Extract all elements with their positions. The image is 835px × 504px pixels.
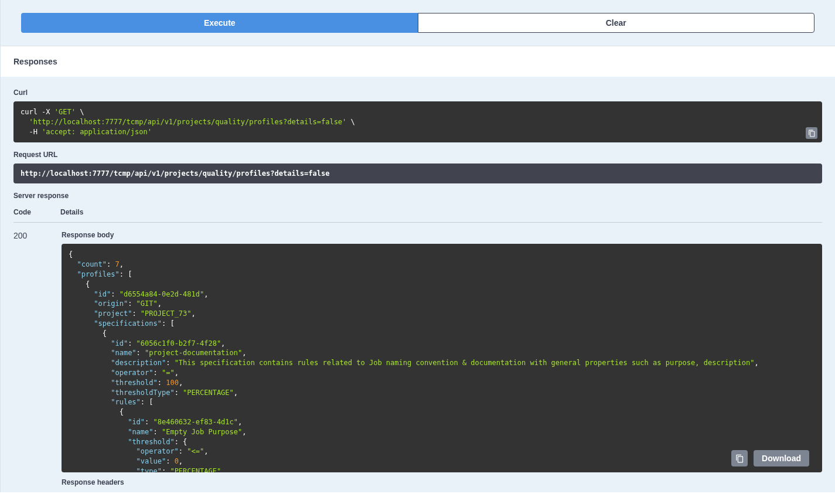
- response-table: Code Details 200 Response body { "count"…: [13, 208, 822, 486]
- curl-label: Curl: [13, 88, 822, 97]
- code-column-header: Code: [13, 208, 60, 216]
- action-buttons-section: Execute Clear: [1, 0, 835, 46]
- curl-text: \: [76, 108, 84, 116]
- response-data-row: 200 Response body { "count": 7, "profile…: [13, 231, 822, 486]
- response-body-wrapper: { "count": 7, "profiles": [ { "id": "d65…: [62, 244, 822, 472]
- response-code: 200: [13, 231, 62, 486]
- curl-text: [21, 118, 29, 126]
- response-headers-label: Response headers: [62, 478, 822, 486]
- request-url-label: Request URL: [13, 151, 822, 159]
- response-actions: Download: [731, 450, 809, 466]
- button-row: Execute Clear: [21, 13, 814, 33]
- copy-response-button[interactable]: [731, 450, 748, 466]
- response-details-section: Curl curl -X 'GET' \ 'http://localhost:7…: [1, 77, 835, 492]
- curl-text: -H: [21, 128, 42, 136]
- clipboard-icon: [808, 130, 816, 137]
- server-response-label: Server response: [13, 192, 822, 200]
- details-column-header: Details: [60, 208, 83, 216]
- curl-text: \: [346, 118, 355, 126]
- copy-curl-button[interactable]: [806, 127, 817, 139]
- clear-button[interactable]: Clear: [418, 13, 815, 33]
- download-button[interactable]: Download: [754, 450, 809, 466]
- curl-text: 'http://localhost:7777/tcmp/api/v1/proje…: [29, 118, 346, 126]
- response-body-block[interactable]: { "count": 7, "profiles": [ { "id": "d65…: [62, 244, 822, 472]
- curl-text: curl -X: [21, 108, 54, 116]
- execute-button[interactable]: Execute: [21, 13, 418, 33]
- details-column: Response body { "count": 7, "profiles": …: [62, 231, 822, 486]
- responses-header: Responses: [1, 46, 835, 77]
- main-container: Execute Clear Responses Curl curl -X 'GE…: [0, 0, 835, 492]
- response-header-row: Code Details: [13, 208, 822, 223]
- response-body-label: Response body: [62, 231, 822, 239]
- request-url-block: http://localhost:7777/tcmp/api/v1/projec…: [13, 164, 822, 183]
- responses-title: Responses: [13, 57, 822, 66]
- curl-text: 'accept: application/json': [42, 128, 152, 136]
- curl-text: 'GET': [54, 108, 76, 116]
- curl-code-block: curl -X 'GET' \ 'http://localhost:7777/t…: [13, 101, 822, 142]
- clipboard-icon: [735, 454, 744, 463]
